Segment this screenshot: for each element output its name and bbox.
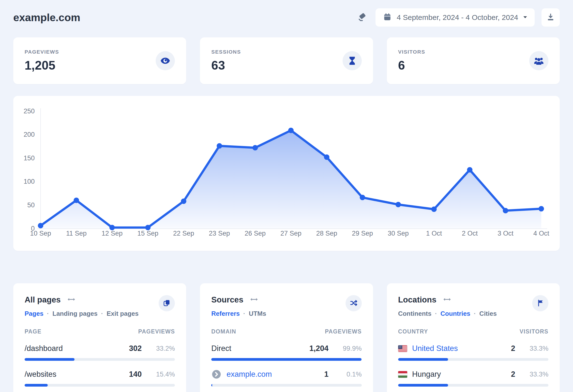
progress-fill <box>25 358 74 361</box>
tab-exit-pages[interactable]: Exit pages <box>98 310 139 318</box>
flag-button[interactable] <box>532 295 548 311</box>
column-header-domain: DOMAIN <box>211 328 236 335</box>
svg-text:28 Sep: 28 Sep <box>316 230 337 237</box>
date-range-picker[interactable]: 4 September, 2024 - 4 October, 2024 <box>376 8 535 27</box>
date-range-text: 4 September, 2024 - 4 October, 2024 <box>397 13 518 22</box>
svg-text:3 Oct: 3 Oct <box>498 230 514 237</box>
progress-track <box>25 358 175 361</box>
svg-text:11 Sep: 11 Sep <box>66 230 87 237</box>
row-value: 1,204 <box>309 344 329 353</box>
svg-text:12 Sep: 12 Sep <box>102 230 123 237</box>
clear-filters-button[interactable] <box>355 11 369 24</box>
progress-fill <box>25 384 48 387</box>
copy-button[interactable] <box>159 295 175 311</box>
stat-value: 1,205 <box>25 58 59 72</box>
eraser-icon <box>357 12 367 23</box>
table-row: United States 2 33.3% <box>398 343 548 361</box>
flag-icon <box>536 299 544 308</box>
arrows-horizontal-icon <box>250 297 258 303</box>
row-name: Direct <box>211 344 309 353</box>
progress-track <box>398 384 548 387</box>
stat-value: 6 <box>398 58 425 72</box>
header: example.com 4 September, 2024 - 4 Octobe… <box>0 0 573 27</box>
progress-fill <box>398 358 448 361</box>
shuffle-button[interactable] <box>345 295 362 311</box>
row-value: 302 <box>129 344 142 353</box>
progress-fill <box>398 384 448 387</box>
export-button[interactable] <box>541 8 560 27</box>
stat-value: 63 <box>211 58 241 72</box>
header-actions: 4 September, 2024 - 4 October, 2024 <box>355 8 560 27</box>
tab-referrers[interactable]: Referrers <box>211 310 240 318</box>
panel-sources: Sources Referrers UTMs <box>200 283 373 392</box>
tab-continents[interactable]: Continents <box>398 310 431 318</box>
progress-track <box>211 358 361 361</box>
panel-all-pages: All pages Pages Landing pages Exit pages <box>13 283 186 392</box>
pageviews-chart-card: 05010015020025010 Sep11 Sep12 Sep15 Sep2… <box>13 96 560 251</box>
column-header-page: PAGE <box>25 328 42 335</box>
panel-title: Sources <box>211 295 243 304</box>
svg-text:4 Oct: 4 Oct <box>533 230 549 237</box>
progress-track <box>398 358 548 361</box>
table-row: /dashboard 302 33.2% <box>25 343 175 361</box>
column-header-visitors: VISITORS <box>520 328 548 335</box>
svg-text:22 Sep: 22 Sep <box>173 230 194 237</box>
svg-text:50: 50 <box>27 201 35 209</box>
stat-label: SESSIONS <box>211 49 241 55</box>
svg-text:10 Sep: 10 Sep <box>30 230 51 237</box>
stat-label: VISITORS <box>398 49 425 55</box>
row-percent: 33.3% <box>515 345 548 352</box>
sources-tabs: Referrers UTMs <box>211 310 266 318</box>
row-percent: 33.3% <box>515 371 548 378</box>
people-icon <box>529 51 548 70</box>
svg-text:15 Sep: 15 Sep <box>137 230 158 237</box>
page-title: example.com <box>13 12 80 24</box>
progress-fill <box>211 384 212 387</box>
tab-countries[interactable]: Countries <box>431 310 470 318</box>
tab-utms[interactable]: UTMs <box>240 310 266 318</box>
copy-icon <box>163 299 171 308</box>
download-icon <box>546 13 555 22</box>
row-value: 140 <box>129 370 142 379</box>
tab-cities[interactable]: Cities <box>470 310 497 318</box>
pageviews-area-chart: 05010015020025010 Sep11 Sep12 Sep15 Sep2… <box>13 96 560 251</box>
svg-text:26 Sep: 26 Sep <box>245 230 266 237</box>
stats-row: PAGEVIEWS 1,205 SESSIONS 63 VISITORS 6 <box>13 37 560 84</box>
panel-locations: Locations Continents Countries Cities <box>387 283 560 392</box>
column-header-pageviews: PAGEVIEWS <box>138 328 175 335</box>
row-value: 1 <box>324 370 328 379</box>
svg-text:30 Sep: 30 Sep <box>388 230 409 237</box>
caret-down-icon <box>523 15 527 20</box>
stat-card-pageviews: PAGEVIEWS 1,205 <box>13 37 186 84</box>
svg-text:150: 150 <box>24 154 35 162</box>
table-row: example.com 1 0.1% <box>211 369 361 387</box>
hungary-flag-icon <box>398 371 407 378</box>
row-value: 2 <box>511 344 515 353</box>
table-row: Direct 1,204 99.9% <box>211 343 361 361</box>
row-percent: 99.9% <box>329 345 362 352</box>
svg-text:100: 100 <box>24 178 35 185</box>
tab-pages[interactable]: Pages <box>25 310 44 318</box>
svg-text:27 Sep: 27 Sep <box>280 230 302 237</box>
breakdown-panels: All pages Pages Landing pages Exit pages <box>13 283 560 392</box>
column-header-pageviews: PAGEVIEWS <box>325 328 361 335</box>
row-name: /dashboard <box>25 344 129 353</box>
row-percent: 0.1% <box>329 371 362 378</box>
tab-landing-pages[interactable]: Landing pages <box>44 310 98 318</box>
svg-text:250: 250 <box>24 107 35 115</box>
pages-tabs: Pages Landing pages Exit pages <box>25 310 139 318</box>
row-percent: 33.2% <box>142 345 175 352</box>
svg-text:200: 200 <box>24 131 35 138</box>
locations-tabs: Continents Countries Cities <box>398 310 497 318</box>
shuffle-icon <box>350 299 358 308</box>
row-value: 2 <box>511 370 515 379</box>
country-link[interactable]: United States <box>412 344 458 353</box>
referrer-link[interactable]: example.com <box>227 370 272 379</box>
country-name: Hungary <box>412 370 441 379</box>
eye-icon <box>156 51 175 70</box>
chevron-right-icon[interactable] <box>211 369 222 379</box>
column-header-country: COUNTRY <box>398 328 428 335</box>
row-percent: 15.4% <box>142 371 175 378</box>
svg-text:2 Oct: 2 Oct <box>462 230 478 237</box>
panel-title: All pages <box>25 295 61 304</box>
